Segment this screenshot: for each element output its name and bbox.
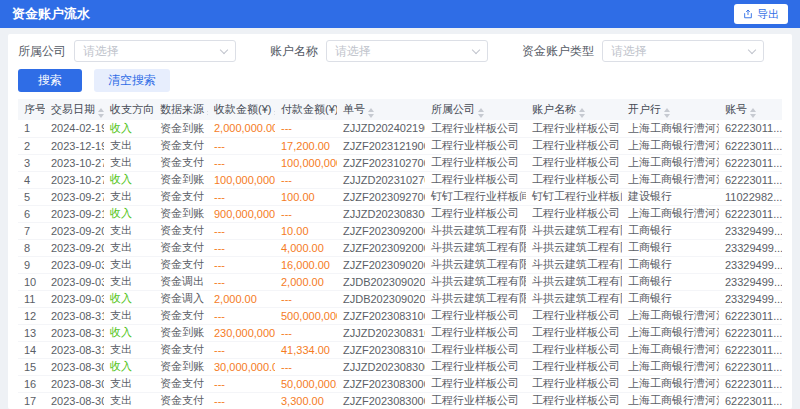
cell-direction: 收入 — [104, 120, 154, 137]
cell-direction: 支出 — [104, 137, 154, 154]
cell-account: 工程行业样板公司 — [526, 324, 622, 341]
account-type-select[interactable]: 请选择 — [602, 40, 764, 62]
table-row: 52023-09-27支出资金支付---100.00ZJZF2023092700… — [18, 188, 782, 205]
cell-direction: 支出 — [104, 256, 154, 273]
cell-receipt: 900,000,000.00 — [208, 205, 275, 222]
cell-date: 2023-10-27 — [45, 154, 104, 171]
cell-payment: 100,000,000.00 — [275, 154, 337, 171]
cell-company: 工程行业样板公司 — [425, 324, 526, 341]
sort-icon[interactable] — [750, 108, 756, 118]
sort-icon[interactable] — [478, 108, 484, 118]
cell-no: 3 — [18, 154, 45, 171]
cell-account: 工程行业样板公司 — [526, 358, 622, 375]
export-button[interactable]: 导出 — [734, 4, 788, 24]
cell-bank: 建设银行 — [622, 188, 719, 205]
cell-order_no: ZJJZD20240219001 — [337, 120, 425, 137]
filter-group-account: 账户名称 请选择 — [270, 40, 488, 62]
cell-account: 斗拱云建筑工程有限公司 — [526, 290, 622, 307]
sort-icon[interactable] — [274, 108, 275, 118]
cell-source: 资金支付 — [154, 392, 208, 409]
column-header-receipt[interactable]: 收款金额(¥) — [208, 99, 275, 120]
company-select[interactable]: 请选择 — [74, 40, 236, 62]
account-type-filter-label: 资金账户类型 — [522, 43, 594, 60]
table-row: 12024-02-19收入资金到账2,000,000.00---ZJJZD202… — [18, 120, 782, 137]
sort-icon[interactable] — [579, 108, 585, 118]
cell-account: 斗拱云建筑工程有限公司 — [526, 256, 622, 273]
table-row: 82023-09-20支出资金支付---4,000.00ZJZF20230920… — [18, 239, 782, 256]
cell-direction: 支出 — [104, 239, 154, 256]
cell-receipt: 30,000,000.00 — [208, 358, 275, 375]
cell-bank: 工商银行 — [622, 273, 719, 290]
column-header-no: 序号 — [18, 99, 45, 120]
cell-receipt: --- — [208, 154, 275, 171]
cell-account_no: 62223011... — [719, 154, 782, 171]
cell-payment: --- — [275, 324, 337, 341]
cell-direction: 支出 — [104, 222, 154, 239]
cell-source: 资金支付 — [154, 256, 208, 273]
cell-company: 工程行业样板公司 — [425, 341, 526, 358]
cell-direction: 支出 — [104, 154, 154, 171]
column-header-source[interactable]: 数据来源 — [154, 99, 208, 120]
cell-no: 6 — [18, 205, 45, 222]
cell-company: 工程行业样板公司 — [425, 137, 526, 154]
column-header-company[interactable]: 所属公司 — [425, 99, 526, 120]
cell-direction: 收入 — [104, 290, 154, 307]
cell-source: 资金到账 — [154, 205, 208, 222]
column-header-account_no[interactable]: 账号 — [719, 99, 782, 120]
cell-direction: 支出 — [104, 341, 154, 358]
cell-account_no: 23329499... — [719, 273, 782, 290]
column-header-direction[interactable]: 收支方向 — [104, 99, 154, 120]
export-icon — [743, 9, 753, 19]
cell-date: 2023-10-27 — [45, 171, 104, 188]
sort-icon[interactable] — [368, 108, 374, 118]
account-filter-label: 账户名称 — [270, 43, 318, 60]
sort-icon[interactable] — [207, 108, 208, 118]
column-label: 交易日期 — [51, 103, 95, 115]
clear-search-button[interactable]: 清空搜索 — [94, 69, 170, 92]
column-header-bank[interactable]: 开户行 — [622, 99, 719, 120]
cell-order_no: ZJZF20230902001 — [337, 256, 425, 273]
cell-order_no: ZJJZD20230830002 — [337, 205, 425, 222]
table-row: 32023-10-27支出资金支付---100,000,000.00ZJZF20… — [18, 154, 782, 171]
column-label: 账户名称 — [532, 103, 576, 115]
cell-bank: 工商银行 — [622, 239, 719, 256]
cell-company: 工程行业样板公司 — [425, 154, 526, 171]
account-select[interactable]: 请选择 — [326, 40, 488, 62]
cell-date: 2023-09-03 — [45, 256, 104, 273]
cell-source: 资金支付 — [154, 222, 208, 239]
cell-bank: 上海工商银行漕河泾支行 — [622, 375, 719, 392]
account-type-select-placeholder: 请选择 — [611, 43, 647, 60]
cell-payment: 4,000.00 — [275, 239, 337, 256]
cell-payment: 16,000.00 — [275, 256, 337, 273]
cell-no: 5 — [18, 188, 45, 205]
cell-bank: 工商银行 — [622, 256, 719, 273]
column-header-payment[interactable]: 付款金额(¥) — [275, 99, 337, 120]
cell-account_no: 62223011... — [719, 358, 782, 375]
cell-bank: 上海工商银行漕河泾支行 — [622, 307, 719, 324]
cell-date: 2023-12-19 — [45, 137, 104, 154]
cell-account_no: 23329499... — [719, 290, 782, 307]
table-row: 132023-08-31收入资金到账230,000,000.00---ZJJZD… — [18, 324, 782, 341]
sort-icon[interactable] — [98, 108, 104, 118]
cell-account: 工程行业样板公司 — [526, 171, 622, 188]
column-header-date[interactable]: 交易日期 — [45, 99, 104, 120]
search-button[interactable]: 搜索 — [18, 69, 82, 92]
column-header-order_no[interactable]: 单号 — [337, 99, 425, 120]
cell-account_no: 23329499... — [719, 239, 782, 256]
cell-account_no: 11022982... — [719, 188, 782, 205]
cell-receipt: --- — [208, 307, 275, 324]
cell-bank: 工商银行 — [622, 290, 719, 307]
cell-no: 10 — [18, 273, 45, 290]
cell-source: 资金到账 — [154, 120, 208, 137]
sort-icon[interactable] — [664, 108, 670, 118]
column-label: 收款金额(¥) — [214, 103, 271, 115]
cell-account: 斗拱云建筑工程有限公司 — [526, 273, 622, 290]
table-body: 12024-02-19收入资金到账2,000,000.00---ZJJZD202… — [18, 120, 782, 409]
filter-bar: 所属公司 请选择 账户名称 请选择 资金账户类型 请选择 展开筛选 — [18, 40, 782, 62]
column-label: 开户行 — [628, 103, 661, 115]
cell-date: 2023-08-31 — [45, 307, 104, 324]
cell-account_no: 62223011... — [719, 341, 782, 358]
cell-source: 资金支付 — [154, 375, 208, 392]
column-header-account[interactable]: 账户名称 — [526, 99, 622, 120]
cell-direction: 支出 — [104, 392, 154, 409]
